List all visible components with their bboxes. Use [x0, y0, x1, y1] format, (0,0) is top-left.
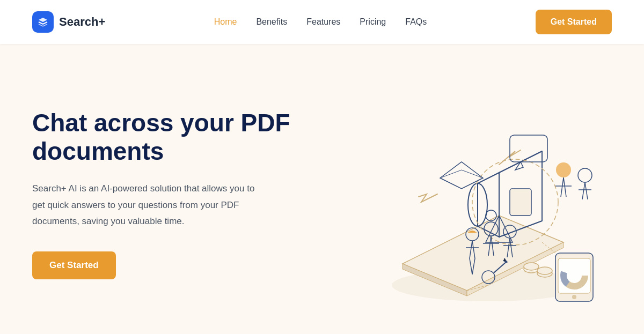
nav-link-pricing[interactable]: Pricing	[360, 17, 386, 26]
nav-link-features[interactable]: Features	[306, 17, 340, 26]
svg-point-10	[578, 168, 592, 182]
nav-item-faqs[interactable]: FAQs	[405, 17, 427, 27]
nav-links: Home Benefits Features Pricing FAQs	[214, 17, 427, 27]
nav-link-home[interactable]: Home	[214, 17, 237, 26]
hero-title: Chat across your PDF documents	[32, 109, 311, 166]
hero-content: Chat across your PDF documents Search+ A…	[32, 109, 311, 279]
hero-description: Search+ AI is an AI-powered solution tha…	[32, 181, 268, 230]
svg-point-9	[556, 162, 571, 177]
hero-illustration-svg	[333, 76, 612, 312]
logo-icon	[32, 11, 54, 33]
nav-item-home[interactable]: Home	[214, 17, 237, 27]
svg-point-19	[537, 267, 552, 274]
nav-item-benefits[interactable]: Benefits	[256, 17, 287, 27]
hero-section: Chat across your PDF documents Search+ A…	[0, 44, 644, 333]
nav-link-benefits[interactable]: Benefits	[256, 17, 287, 26]
svg-point-15	[572, 295, 576, 299]
nav-link-faqs[interactable]: FAQs	[405, 17, 427, 26]
logo-text: Search+	[59, 15, 105, 29]
nav-item-features[interactable]: Features	[306, 17, 340, 27]
nav-item-pricing[interactable]: Pricing	[360, 17, 386, 27]
svg-point-17	[524, 263, 539, 270]
svg-rect-2	[510, 189, 531, 216]
navbar: Search+ Home Benefits Features Pricing F…	[0, 0, 644, 44]
logo: Search+	[32, 11, 105, 33]
nav-cta-button[interactable]: Get Started	[536, 10, 612, 34]
hero-illustration	[333, 76, 612, 312]
hero-cta-button[interactable]: Get Started	[32, 251, 116, 279]
